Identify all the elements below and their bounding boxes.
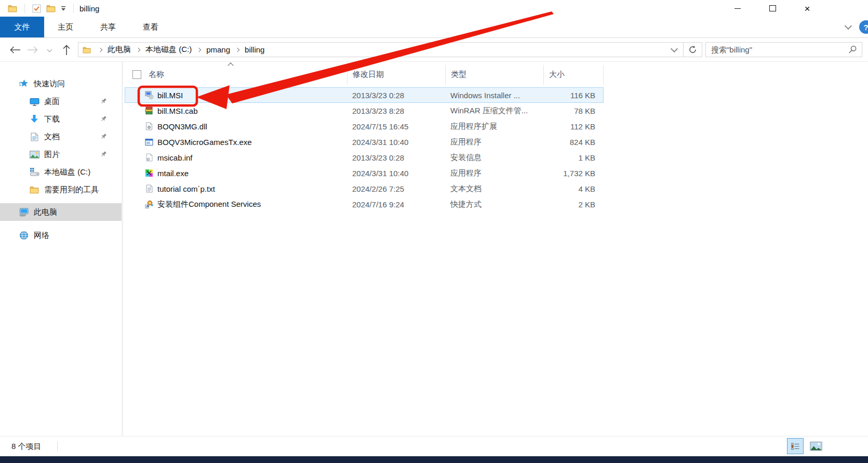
- column-header-date[interactable]: 修改日期: [347, 65, 445, 85]
- search-box: [705, 42, 862, 57]
- sidebar-item-desktop[interactable]: 桌面: [0, 92, 122, 110]
- pin-icon: [100, 98, 107, 104]
- chevron-right-icon: [98, 47, 102, 51]
- column-header-name[interactable]: 名称: [143, 65, 347, 85]
- recent-locations-icon[interactable]: [47, 47, 52, 52]
- details-view-icon: [791, 443, 799, 450]
- file-size: 1 KB: [543, 153, 604, 162]
- sidebar-item-pictures[interactable]: 图片: [0, 145, 122, 163]
- file-name-cell: tutorial com´p.txt: [143, 184, 347, 193]
- sidebar-item-tools-folder[interactable]: 需要用到的工具: [0, 181, 122, 199]
- exe-file-icon: [144, 138, 154, 146]
- up-button[interactable]: [58, 44, 75, 56]
- divider: [24, 4, 25, 13]
- thumbnail-view-button[interactable]: [808, 438, 824, 454]
- file-size: 116 KB: [543, 91, 604, 100]
- file-size: 112 KB: [543, 122, 604, 131]
- item-count: 8 个项目: [11, 436, 42, 456]
- file-name: bill.MSI: [157, 91, 183, 100]
- file-size: 824 KB: [543, 138, 604, 147]
- address-bar[interactable]: 此电脑 本地磁盘 (C:) pmang billing: [78, 42, 684, 57]
- file-row-component-services[interactable]: 安装组件Component Services2024/7/16 9:24快捷方式…: [125, 196, 604, 212]
- divider: [73, 4, 74, 13]
- column-header-type[interactable]: 类型: [445, 65, 543, 85]
- expand-ribbon-icon[interactable]: [845, 22, 852, 30]
- file-type: 文本文档: [445, 184, 543, 194]
- sidebar-item-this-pc[interactable]: 此电脑: [0, 203, 122, 221]
- maximize-button[interactable]: [760, 0, 784, 17]
- file-date: 2013/3/23 0:28: [347, 153, 445, 162]
- sidebar-item-network[interactable]: 网络: [0, 227, 122, 244]
- this-pc-icon: [19, 208, 29, 217]
- file-name-cell: mtail.exe: [143, 169, 347, 178]
- minimize-icon: [735, 8, 741, 9]
- sidebar-item-label: 快速访问: [34, 79, 65, 89]
- tab-view[interactable]: 查看: [129, 17, 172, 37]
- sidebar-item-downloads[interactable]: 下载: [0, 110, 122, 128]
- file-row-boqn3mg-dll[interactable]: BOQN3MG.dll2024/7/15 16:45应用程序扩展112 KB: [125, 118, 604, 134]
- sidebar-item-local-disk-c[interactable]: 本地磁盘 (C:): [0, 163, 122, 181]
- search-icon[interactable]: [848, 45, 857, 54]
- close-icon: ×: [804, 4, 810, 14]
- chevron-right-icon: [136, 47, 140, 51]
- file-name-cell: 安装组件Component Services: [143, 200, 347, 209]
- file-row-tutorial-txt[interactable]: tutorial com´p.txt2024/2/26 7:25文本文档4 KB: [125, 181, 604, 196]
- checkbox-icon[interactable]: [32, 4, 41, 13]
- select-all-checkbox[interactable]: [132, 70, 141, 79]
- file-row-mtail-exe[interactable]: mtail.exe2024/3/31 10:40应用程序1,732 KB: [125, 165, 604, 181]
- file-name-cell: BOQN3MG.dll: [143, 122, 347, 131]
- pin-icon: [100, 133, 107, 140]
- tab-home[interactable]: 主页: [44, 17, 87, 37]
- minimize-button[interactable]: [726, 0, 750, 17]
- sidebar-item-quick-access[interactable]: 快速访问: [0, 75, 122, 92]
- file-type: 安装信息: [445, 153, 543, 163]
- breadcrumb-pmang[interactable]: pmang: [205, 45, 231, 54]
- search-input[interactable]: [706, 45, 848, 54]
- file-row-bill-msi-cab[interactable]: bill.MSI.cab2013/3/23 8:28WinRAR 压缩文件管..…: [125, 103, 604, 118]
- file-row-boqv3-exe[interactable]: BOQV3MicroGamesTx.exe2024/3/31 10:40应用程序…: [125, 134, 604, 150]
- file-name: msicab.inf: [157, 153, 193, 162]
- column-header-size[interactable]: 大小: [543, 65, 604, 85]
- help-button[interactable]: ?: [859, 20, 868, 34]
- window-title: billing: [79, 4, 99, 13]
- thumbnail-view-icon: [810, 442, 822, 451]
- ribbon-tab-bar: 文件 主页 共享 查看: [0, 17, 868, 38]
- file-type: 应用程序: [445, 137, 543, 147]
- column-header-row: 名称 修改日期 类型 大小: [125, 62, 868, 87]
- pin-icon: [100, 151, 107, 157]
- file-name-cell: bill.MSI.cab: [143, 107, 347, 115]
- details-view-button[interactable]: [787, 438, 804, 454]
- taskbar[interactable]: [0, 456, 868, 463]
- file-row-msicab-inf[interactable]: msicab.inf2013/3/23 0:28安装信息1 KB: [125, 150, 604, 165]
- folder-icon[interactable]: [46, 4, 56, 12]
- mtail-file-icon: [144, 169, 154, 177]
- breadcrumb-billing[interactable]: billing: [244, 45, 265, 54]
- tab-share[interactable]: 共享: [87, 17, 129, 37]
- file-name-cell: msicab.inf: [143, 153, 347, 162]
- breadcrumb-this-pc[interactable]: 此电脑: [106, 45, 132, 55]
- sidebar-item-documents[interactable]: 文档: [0, 128, 122, 145]
- back-button[interactable]: [6, 46, 24, 54]
- file-date: 2024/7/16 9:24: [347, 200, 445, 209]
- pin-icon: [100, 115, 107, 122]
- address-dropdown-icon[interactable]: [671, 45, 678, 52]
- file-name: BOQV3MicroGamesTx.exe: [157, 138, 252, 147]
- qat-dropdown-icon[interactable]: [61, 6, 66, 11]
- file-date: 2013/3/23 0:28: [347, 91, 445, 100]
- file-row-bill-msi[interactable]: bill.MSI2013/3/23 0:28Windows Installer …: [125, 87, 604, 103]
- breadcrumb-local-disk[interactable]: 本地磁盘 (C:): [144, 45, 193, 55]
- dll-file-icon: [144, 122, 154, 130]
- forward-button[interactable]: [24, 46, 42, 54]
- tab-file[interactable]: 文件: [0, 17, 44, 37]
- maximize-icon: [769, 5, 776, 11]
- folder-icon: [83, 46, 91, 54]
- file-date: 2024/2/26 7:25: [347, 184, 445, 193]
- refresh-button[interactable]: [683, 42, 702, 57]
- file-type: WinRAR 压缩文件管...: [445, 106, 543, 116]
- file-date: 2024/7/15 16:45: [347, 122, 445, 131]
- close-button[interactable]: ×: [795, 0, 819, 17]
- refresh-icon: [688, 45, 697, 54]
- file-rows: bill.MSI2013/3/23 0:28Windows Installer …: [125, 87, 868, 212]
- title-bar: billing ×: [0, 0, 868, 17]
- network-icon: [19, 231, 29, 240]
